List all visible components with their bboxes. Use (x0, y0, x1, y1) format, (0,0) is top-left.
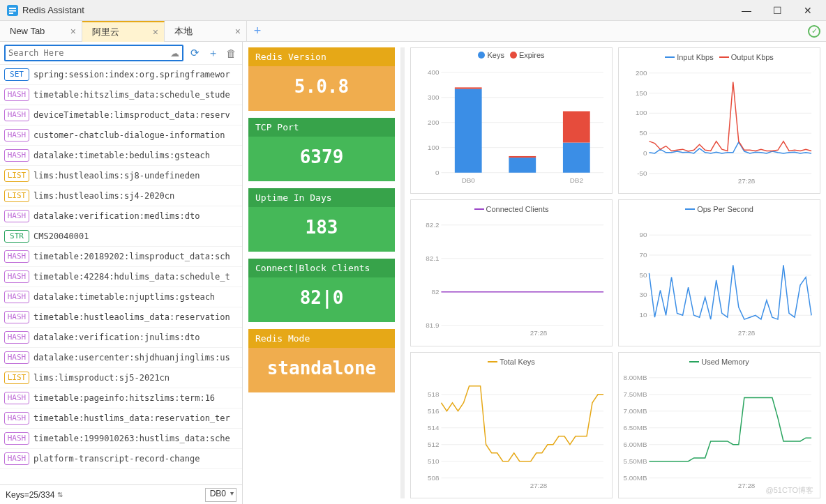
stat-card: Redis Version5.0.8 (248, 47, 395, 111)
tab-0[interactable]: New Tab× (0, 21, 82, 42)
delete-key-button[interactable]: 🗑 (224, 46, 238, 60)
key-name: timetable:hustleaolims_data:reservation (33, 312, 230, 322)
key-row[interactable]: HASHdeviceTimetable:limsproduct_data:res… (0, 105, 242, 125)
search-input-wrap[interactable]: ☁ (4, 45, 183, 61)
key-row[interactable]: HASHdatalake:verification:medlims:dto (0, 206, 242, 227)
svg-text:150: 150 (636, 89, 647, 97)
svg-text:30: 30 (640, 291, 647, 299)
watermark: @51CTO博客 (766, 485, 813, 496)
key-row[interactable]: HASHcustomer-chatclub-dialogue-informati… (0, 125, 242, 146)
refresh-button[interactable]: ⟳ (188, 46, 202, 60)
svg-rect-17 (509, 158, 536, 173)
tabbar: New Tab×阿里云×本地× + ✓ (0, 21, 826, 42)
new-tab-button[interactable]: + (247, 24, 268, 38)
card-value: 5.0.8 (248, 66, 395, 111)
card-title: Redis Version (248, 47, 395, 66)
chart-legend: Used Memory (623, 356, 816, 366)
card-value: standalone (248, 348, 395, 392)
search-input[interactable] (8, 48, 170, 58)
chart-plot: 315.00MB315.50MB316.00MB316.50MB317.00MB… (623, 367, 816, 496)
close-button[interactable]: ✕ (793, 1, 823, 20)
key-row[interactable]: LISTlims:hustleaolims:sj8-undefineden (0, 166, 242, 186)
key-row[interactable]: LISTlims:limsproduct:sj5-2021cn (0, 368, 242, 388)
card-title: Connect|Block Clients (248, 259, 395, 277)
card-title: Uptime In Days (248, 188, 395, 207)
key-type-badge: HASH (4, 109, 29, 121)
sort-icon[interactable]: ⇅ (57, 491, 63, 498)
key-name: datalake:verification:jnulims:dto (33, 333, 200, 342)
tab-close-icon[interactable]: × (153, 26, 158, 38)
svg-text:512: 512 (428, 440, 439, 448)
svg-text:0: 0 (643, 149, 647, 157)
svg-text:317.00MB: 317.00MB (623, 406, 647, 414)
cloud-icon[interactable]: ☁ (170, 48, 179, 59)
key-row[interactable]: STRCMS20040001 (0, 227, 242, 247)
key-row[interactable]: HASHtimetable:1999010263:hustlims_data:s… (0, 429, 242, 449)
key-row[interactable]: SETspring:session:index:org.springframew… (0, 65, 242, 85)
key-name: datalake:usercenter:shjdhuanjinglims:us (33, 353, 230, 362)
key-row[interactable]: HASHplatform-transcript-record-change (0, 449, 242, 469)
key-name: timetable:1999010263:hustlims_data:sche (33, 434, 230, 443)
key-name: lims:limsproduct:sj5-2021cn (33, 373, 170, 383)
key-row[interactable]: HASHtimetable:hustlims_data:reservation_… (0, 408, 242, 429)
chart-5: Used Memory315.00MB315.50MB316.00MB316.5… (618, 352, 820, 498)
key-row[interactable]: HASHdatalake:timetable:bedulims:gsteach (0, 146, 242, 166)
svg-text:-50: -50 (637, 169, 647, 177)
svg-text:200: 200 (428, 119, 440, 126)
add-key-button[interactable]: ＋ (206, 46, 220, 60)
svg-rect-2 (9, 10, 16, 11)
key-row[interactable]: HASHtimetable:hustleaolims_data:reservat… (0, 307, 242, 328)
svg-rect-3 (9, 13, 13, 14)
svg-text:100: 100 (428, 144, 440, 151)
minimize-button[interactable]: — (731, 1, 762, 20)
key-type-badge: LIST (4, 169, 29, 182)
svg-rect-18 (509, 156, 536, 158)
tab-close-icon[interactable]: × (235, 26, 241, 37)
tab-1[interactable]: 阿里云× (82, 21, 165, 42)
svg-text:510: 510 (428, 457, 440, 464)
key-type-badge: HASH (4, 392, 29, 404)
key-row[interactable]: HASHdatalake:usercenter:shjdhuanjinglims… (0, 348, 242, 368)
key-row[interactable]: LISTlims:hustleaolims:sj4-2020cn (0, 186, 242, 206)
cards-scrollbar[interactable] (400, 47, 405, 498)
svg-text:315.50MB: 315.50MB (623, 457, 647, 464)
card-value: 183 (248, 207, 395, 252)
key-name: timetable:hustlims_data:reservation_ter (33, 413, 230, 423)
key-type-badge: HASH (4, 250, 29, 263)
key-name: customer-chatclub-dialogue-information (33, 130, 225, 140)
svg-text:27:28: 27:28 (530, 481, 548, 489)
key-name: spring:session:index:org.springframewor (33, 70, 230, 79)
key-row[interactable]: HASHtimetable:pageinfo:hitszlims:term:16 (0, 388, 242, 408)
tab-2[interactable]: 本地× (165, 21, 247, 42)
svg-rect-1 (9, 8, 16, 9)
svg-text:27:28: 27:28 (530, 329, 548, 337)
tab-close-icon[interactable]: × (70, 26, 76, 37)
key-type-badge: HASH (4, 129, 29, 142)
key-row[interactable]: HASHdatalake:verification:jnulims:dto (0, 328, 242, 348)
chart-plot: 81.98282.182.227:28 (415, 215, 608, 344)
chart-1: Input KbpsOutput Kbps-5005010015020027:2… (618, 47, 820, 194)
svg-text:100: 100 (636, 109, 647, 116)
svg-text:514: 514 (428, 423, 440, 431)
key-row[interactable]: HASHtimetable:20189202:limsproduct_data:… (0, 247, 242, 267)
chart-plot: 103050709027:28 (623, 215, 816, 344)
svg-text:81.9: 81.9 (426, 321, 440, 329)
key-type-badge: HASH (4, 432, 29, 445)
key-name: timetable:pageinfo:hitszlims:term:16 (33, 393, 215, 403)
key-type-badge: SET (4, 68, 29, 81)
key-row[interactable]: HASHtimetable:42284:hdulims_data:schedul… (0, 267, 242, 287)
key-type-badge: HASH (4, 210, 29, 222)
svg-text:200: 200 (636, 69, 647, 77)
sidebar: ☁ ⟳ ＋ 🗑 SETspring:session:index:org.spri… (0, 42, 243, 504)
svg-text:516: 516 (428, 406, 440, 414)
key-list: SETspring:session:index:org.springframew… (0, 65, 242, 484)
key-type-badge: HASH (4, 270, 29, 283)
key-row[interactable]: HASHdatalake:timetable:njuptlims:gsteach (0, 287, 242, 307)
chart-legend: Total Keys (415, 356, 608, 366)
key-row[interactable]: HASHtimetable:hitszlims_data:schedule_st… (0, 85, 242, 105)
card-title: TCP Port (248, 118, 395, 137)
svg-text:82.1: 82.1 (426, 254, 439, 262)
chart-legend: Connected Clients (415, 203, 608, 213)
maximize-button[interactable]: ☐ (762, 1, 793, 20)
db-selector[interactable]: DB0 (205, 488, 236, 502)
